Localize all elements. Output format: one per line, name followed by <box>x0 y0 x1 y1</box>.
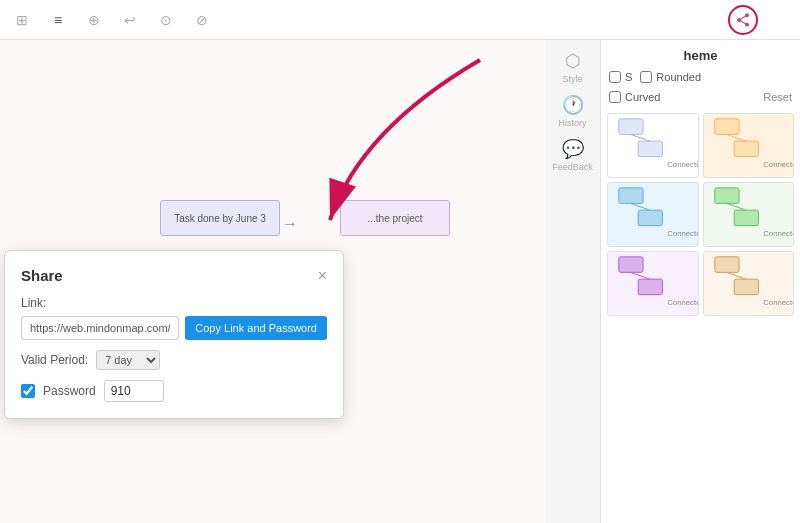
svg-text:Connector: Connector <box>763 229 793 238</box>
svg-rect-5 <box>714 119 738 135</box>
node-arrow: → <box>282 215 298 233</box>
svg-rect-18 <box>638 279 662 295</box>
style-icon-symbol: ⬡ <box>565 50 581 72</box>
copy-link-password-button[interactable]: Copy Link and Password <box>185 316 327 340</box>
share-link-row: Copy Link and Password <box>21 316 327 340</box>
toolbar-icon-undo[interactable]: ↩ <box>118 8 142 32</box>
svg-rect-21 <box>714 257 738 273</box>
diagram-node-2[interactable]: ...the project <box>340 200 450 236</box>
panel-title: heme <box>601 40 800 67</box>
svg-line-15 <box>726 203 745 210</box>
share-icon <box>735 12 751 28</box>
panel-collapse-button[interactable]: « <box>600 50 605 70</box>
svg-rect-2 <box>638 141 662 157</box>
toolbar-icon-grid[interactable]: ⊞ <box>10 8 34 32</box>
share-dialog-title: Share <box>21 267 63 284</box>
share-password-label: Password <box>43 384 96 398</box>
svg-rect-9 <box>619 188 643 204</box>
share-password-input[interactable] <box>104 380 164 402</box>
svg-rect-14 <box>734 210 758 226</box>
toolbar: ⊞ ≡ ⊕ ↩ ⊙ ⊘ <box>0 0 800 40</box>
svg-text:Connector: Connector <box>763 298 793 307</box>
panel-card-style-4[interactable]: Connector <box>703 182 795 247</box>
share-valid-period-label: Valid Period: <box>21 353 88 367</box>
panel-options-row2: Curved Reset <box>601 87 800 107</box>
side-icon-style[interactable]: ⬡ Style <box>549 46 597 88</box>
panel-checkbox-rounded[interactable]: Rounded <box>640 71 701 83</box>
share-dialog: Share × Link: Copy Link and Password Val… <box>4 250 344 419</box>
history-icon-symbol: 🕐 <box>562 94 584 116</box>
feedback-icon-label: FeedBack <box>552 162 593 172</box>
share-link-label: Link: <box>21 296 327 310</box>
side-icons-panel: ⬡ Style 🕐 History 💬 FeedBack <box>545 40 600 523</box>
share-valid-period-row: Valid Period: 7 day 1 day 30 day Never <box>21 350 327 370</box>
svg-rect-10 <box>638 210 662 226</box>
checkbox-rounded[interactable] <box>640 71 652 83</box>
style-preview-6: Connector <box>704 252 794 315</box>
toolbar-icon-list[interactable]: ≡ <box>46 8 70 32</box>
panel-checkbox-curved[interactable]: Curved <box>609 91 660 103</box>
svg-line-7 <box>726 134 745 141</box>
style-preview-4: Connector <box>704 183 794 246</box>
toolbar-icon-add[interactable]: ⊕ <box>82 8 106 32</box>
panel-card-style-1[interactable]: Connector <box>607 113 699 178</box>
svg-line-19 <box>630 272 649 279</box>
svg-rect-6 <box>734 141 758 157</box>
password-checkbox[interactable] <box>21 384 35 398</box>
style-preview-2: Connector <box>704 114 794 177</box>
panel-checkbox-s[interactable]: S <box>609 71 632 83</box>
panel-card-style-6[interactable]: Connector <box>703 251 795 316</box>
share-dialog-close-button[interactable]: × <box>318 268 327 284</box>
share-link-input[interactable] <box>21 316 179 340</box>
panel-options-row: S Rounded <box>601 67 800 87</box>
diagram-node-1[interactable]: Task done by June 3 <box>160 200 280 236</box>
checkbox-curved[interactable] <box>609 91 621 103</box>
panel-card-style-5[interactable]: Connector <box>607 251 699 316</box>
toolbar-icon-map[interactable]: ⊙ <box>154 8 178 32</box>
svg-text:Connector: Connector <box>667 160 697 169</box>
toolbar-icon-share[interactable]: ⊘ <box>190 8 214 32</box>
style-preview-3: Connector <box>608 183 698 246</box>
svg-line-3 <box>630 134 649 141</box>
svg-rect-13 <box>714 188 738 204</box>
svg-rect-1 <box>619 119 643 135</box>
checkbox-s[interactable] <box>609 71 621 83</box>
panel-style-grid: Connector Connector Connector <box>601 107 800 322</box>
panel-card-style-2[interactable]: Connector <box>703 113 795 178</box>
share-dialog-header: Share × <box>21 267 327 284</box>
svg-line-11 <box>630 203 649 210</box>
side-icon-history[interactable]: 🕐 History <box>549 90 597 132</box>
right-panel: « heme S Rounded Curved Reset Connector <box>600 40 800 523</box>
panel-card-style-3[interactable]: Connector <box>607 182 699 247</box>
side-icon-feedback[interactable]: 💬 FeedBack <box>549 134 597 176</box>
svg-rect-22 <box>734 279 758 295</box>
share-password-row: Password <box>21 380 327 402</box>
share-valid-period-select[interactable]: 7 day 1 day 30 day Never <box>96 350 160 370</box>
panel-reset-button[interactable]: Reset <box>763 91 792 103</box>
svg-text:Connector: Connector <box>763 160 793 169</box>
svg-text:Connector: Connector <box>667 298 697 307</box>
svg-line-23 <box>726 272 745 279</box>
feedback-icon-symbol: 💬 <box>562 138 584 160</box>
style-preview-5: Connector <box>608 252 698 315</box>
share-button-top-right[interactable] <box>728 5 758 35</box>
svg-rect-17 <box>619 257 643 273</box>
svg-text:Connector: Connector <box>667 229 697 238</box>
style-preview-1: Connector <box>608 114 698 177</box>
style-icon-label: Style <box>562 74 582 84</box>
history-icon-label: History <box>558 118 586 128</box>
